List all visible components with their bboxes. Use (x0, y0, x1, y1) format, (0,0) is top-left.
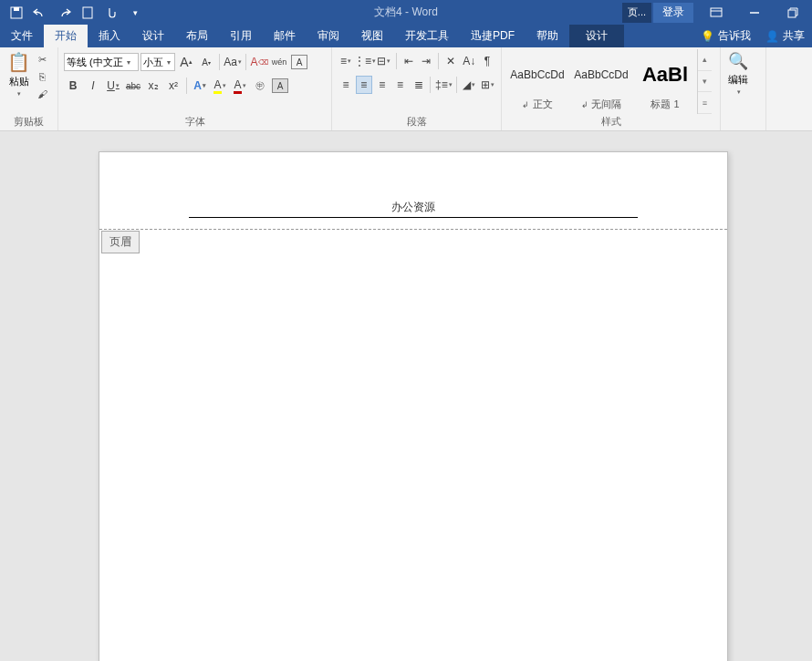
group-label-paragraph: 段落 (336, 114, 497, 129)
align-left-button[interactable]: ≡ (338, 76, 354, 94)
align-justify-button[interactable]: ≡ (392, 76, 409, 94)
cut-icon[interactable]: ✂ (34, 51, 50, 67)
tab-dev[interactable]: 开发工具 (394, 25, 460, 47)
grow-font-button[interactable]: A▴ (177, 53, 195, 71)
subscript-button[interactable]: x₂ (144, 77, 162, 95)
save-icon[interactable] (5, 2, 27, 24)
chevron-down-icon: ▾ (167, 58, 171, 67)
tab-help[interactable]: 帮助 (526, 25, 569, 47)
document-workspace: 办公资源 页眉 (0, 131, 812, 661)
superscript-button[interactable]: x² (164, 77, 182, 95)
ribbon: 📋 粘贴 ▾ ✂ ⎘ 🖌 剪贴板 等线 (中文正▾ 小五▾ A▴ A▾ Aa▾ (0, 47, 812, 131)
chevron-down-icon: ▾ (127, 58, 130, 67)
header-rule (189, 217, 638, 218)
bullets-button[interactable]: ≡▾ (338, 52, 354, 70)
new-doc-icon[interactable] (77, 2, 99, 24)
redo-icon[interactable] (53, 2, 75, 24)
tab-insert[interactable]: 插入 (88, 25, 131, 47)
style-heading1[interactable]: AaBl 标题 1 (633, 49, 697, 114)
styles-up-icon[interactable]: ▴ (698, 49, 712, 71)
indent-decrease-button[interactable]: ⇤ (401, 52, 417, 70)
text-effect-button[interactable]: A▾ (191, 77, 209, 95)
group-label-clipboard: 剪贴板 (4, 114, 54, 129)
tab-file[interactable]: 文件 (0, 25, 44, 47)
align-center-button[interactable]: ≡ (356, 76, 372, 94)
tab-pdf[interactable]: 迅捷PDF (460, 25, 526, 47)
chevron-down-icon: ▾ (17, 90, 21, 98)
tab-mail[interactable]: 邮件 (263, 25, 307, 47)
styles-scroll: ▴ ▾ ≡ (697, 49, 712, 114)
format-painter-icon[interactable]: 🖌 (34, 86, 50, 102)
strike-button[interactable]: abc (124, 77, 142, 95)
undo-icon[interactable] (29, 2, 51, 24)
group-label-font: 字体 (62, 114, 328, 129)
paste-button[interactable]: 📋 粘贴 ▾ (4, 49, 34, 99)
clear-format-button[interactable]: A⌫ (250, 53, 268, 71)
align-right-button[interactable]: ≡ (374, 76, 390, 94)
svg-rect-3 (711, 8, 722, 16)
line-spacing-button[interactable]: ‡≡▾ (434, 76, 453, 94)
titlebar-right: 页... 登录 (622, 0, 812, 25)
bold-button[interactable]: B (64, 77, 82, 95)
italic-button[interactable]: I (84, 77, 102, 95)
quick-access-toolbar: ▾ (0, 2, 146, 24)
underline-button[interactable]: U▾ (104, 77, 122, 95)
font-size-combo[interactable]: 小五▾ (141, 53, 175, 71)
group-font: 等线 (中文正▾ 小五▾ A▴ A▾ Aa▾ A⌫ wén A B I U▾ a… (58, 47, 332, 130)
shading-button[interactable]: ◢▾ (461, 76, 477, 94)
header-tools-tab[interactable]: 页... (622, 3, 651, 23)
lightbulb-icon: 💡 (701, 30, 714, 43)
style-nospacing[interactable]: AaBbCcDd ↲ 无间隔 (569, 49, 633, 114)
style-normal[interactable]: AaBbCcDd ↲ 正文 (505, 49, 569, 114)
font-name-combo[interactable]: 等线 (中文正▾ (64, 53, 139, 71)
svg-rect-6 (788, 10, 796, 17)
change-case-button[interactable]: Aa▾ (224, 53, 242, 71)
indent-increase-button[interactable]: ⇥ (419, 52, 435, 70)
font-color-button[interactable]: A▾ (231, 77, 249, 95)
svg-rect-1 (14, 7, 19, 11)
phonetic-guide-button[interactable]: wén (270, 53, 288, 71)
highlight-button[interactable]: A▾ (211, 77, 229, 95)
numbering-button[interactable]: ⋮≡▾ (356, 52, 374, 70)
copy-icon[interactable]: ⎘ (34, 68, 50, 85)
group-label-styles: 样式 (505, 114, 716, 129)
tab-references[interactable]: 引用 (219, 25, 263, 47)
char-border-button[interactable]: A (290, 53, 308, 71)
minimize-icon[interactable] (735, 0, 774, 25)
shrink-font-button[interactable]: A▾ (197, 53, 215, 71)
page[interactable]: 办公资源 页眉 (99, 151, 728, 661)
ribbon-options-icon[interactable] (697, 0, 735, 25)
share-button[interactable]: 👤共享 (758, 28, 812, 44)
svg-rect-2 (83, 7, 92, 18)
header-area[interactable]: 办公资源 (189, 200, 638, 218)
search-icon: 🔍 (728, 51, 748, 71)
tab-view[interactable]: 视图 (350, 25, 394, 47)
sort-button[interactable]: A↓ (461, 52, 477, 70)
tab-home[interactable]: 开始 (44, 25, 88, 47)
group-styles: AaBbCcDd ↲ 正文 AaBbCcDd ↲ 无间隔 AaBl 标题 1 ▴… (502, 47, 721, 130)
circled-char-button[interactable]: ㊥ (251, 77, 269, 95)
qat-customize-icon[interactable]: ▾ (124, 2, 146, 24)
show-marks-button[interactable]: ¶ (479, 52, 495, 70)
find-button[interactable]: 🔍 编辑 ▾ (724, 49, 752, 98)
borders-button[interactable]: ⊞▾ (479, 76, 495, 94)
multilevel-button[interactable]: ⊟▾ (376, 52, 392, 70)
text-direction-button[interactable]: ✕ (442, 52, 459, 70)
styles-more-icon[interactable]: ≡ (698, 92, 712, 114)
tell-me[interactable]: 💡告诉我 (693, 28, 758, 44)
header-tag: 页眉 (101, 231, 140, 253)
group-editing: 🔍 编辑 ▾ (721, 47, 766, 130)
group-clipboard: 📋 粘贴 ▾ ✂ ⎘ 🖌 剪贴板 (0, 47, 58, 130)
align-distribute-button[interactable]: ≣ (411, 76, 427, 94)
touch-mode-icon[interactable] (100, 2, 122, 24)
login-button[interactable]: 登录 (653, 3, 693, 23)
header-text[interactable]: 办公资源 (189, 200, 638, 217)
styles-down-icon[interactable]: ▾ (698, 71, 712, 93)
char-shading-button[interactable]: A (271, 77, 289, 95)
tab-header-design[interactable]: 设计 (569, 25, 624, 47)
tab-review[interactable]: 审阅 (307, 25, 350, 47)
restore-icon[interactable] (774, 0, 812, 25)
group-paragraph: ≡▾ ⋮≡▾ ⊟▾ ⇤ ⇥ ✕ A↓ ¶ ≡ ≡ ≡ ≡ ≣ ‡≡▾ ◢▾ (332, 47, 502, 130)
tab-design[interactable]: 设计 (131, 25, 175, 47)
tab-layout[interactable]: 布局 (175, 25, 219, 47)
